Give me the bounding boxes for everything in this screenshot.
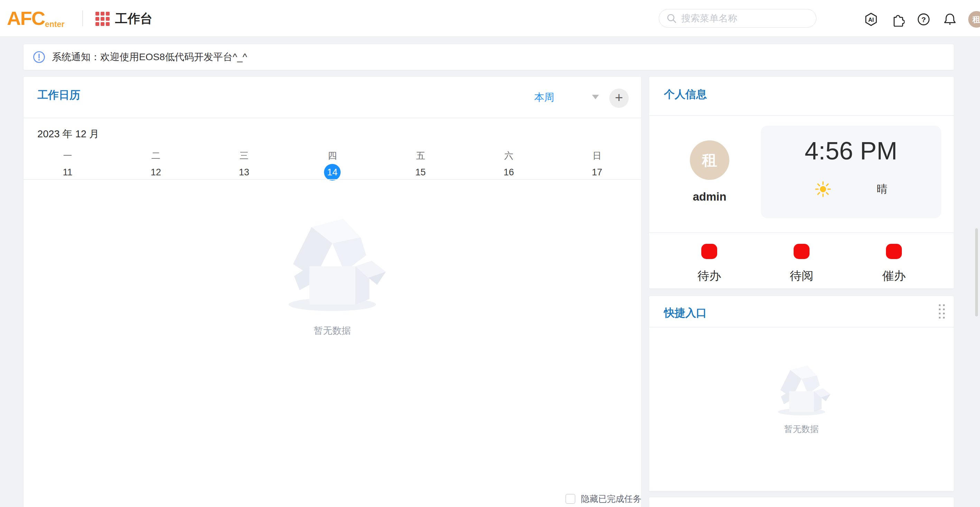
hide-completed-checkbox[interactable]: [565, 494, 576, 504]
ai-assistant-button[interactable]: AI: [863, 11, 879, 27]
add-event-button[interactable]: +: [609, 89, 628, 108]
quick-entry-empty-state: 暂无数据: [649, 362, 954, 435]
afcenter-logo[interactable]: AFCenter: [7, 6, 64, 36]
profile-avatar[interactable]: 租: [690, 140, 729, 180]
divider: [24, 179, 641, 180]
app-header: AFCenter 工作台 AI: [0, 0, 980, 37]
to-read-label: 待阅: [767, 268, 836, 284]
puzzle-icon: [890, 12, 905, 27]
empty-state-text: 暂无数据: [24, 324, 641, 337]
calendar-day-cell[interactable]: 六 16: [465, 149, 553, 181]
svg-text:?: ?: [921, 16, 926, 24]
weekday-label: 六: [465, 149, 553, 164]
system-notice-bar: 系统通知：欢迎使用EOS8低代码开发平台^_^: [24, 44, 954, 70]
urge-label: 催办: [859, 268, 929, 284]
date-number: 11: [59, 164, 76, 181]
selected-date-number: 14: [324, 164, 340, 181]
weekday-label: 二: [112, 149, 200, 164]
calendar-day-cell[interactable]: 二 12: [112, 149, 200, 181]
date-number: 12: [148, 164, 164, 181]
plugins-button[interactable]: [889, 11, 905, 27]
weekday-label: 五: [377, 149, 465, 164]
work-calendar-card: 工作日历 本周 + 2023 年 12 月 一 11 二 12 三 13 四 1…: [24, 77, 641, 507]
empty-box-illustration: [275, 211, 389, 315]
period-selector[interactable]: 本周: [534, 91, 554, 105]
profile-card: 个人信息 租 admin 4:56 PM: [649, 77, 954, 288]
todo-label: 待办: [675, 268, 744, 284]
weather-text: 晴: [877, 182, 887, 196]
drag-handle-icon[interactable]: [939, 304, 945, 318]
logo-main: AFC: [7, 7, 45, 29]
workbench-screen: AFCenter 工作台 AI: [0, 0, 980, 507]
workspace-title-block: 工作台: [95, 10, 153, 27]
divider: [649, 232, 954, 233]
month-label: 2023 年 12 月: [37, 127, 99, 141]
date-number: 17: [589, 164, 605, 181]
to-read-entry[interactable]: 待阅: [767, 244, 836, 284]
notifications-button[interactable]: [942, 11, 958, 27]
help-button[interactable]: ?: [916, 11, 932, 27]
calendar-day-cell[interactable]: 三 13: [200, 149, 288, 181]
apps-grid-icon[interactable]: [95, 12, 110, 26]
bell-icon: [943, 12, 957, 27]
calendar-day-cell[interactable]: 一 11: [24, 149, 112, 181]
week-grid: 一 11 二 12 三 13 四 14 五 15 六 16: [24, 149, 641, 181]
to-read-badge: [794, 244, 810, 259]
calendar-card-title: 工作日历: [37, 88, 80, 102]
hide-completed-label: 隐藏已完成任务: [581, 493, 641, 505]
date-number: 16: [500, 164, 517, 181]
urge-badge: [886, 244, 902, 259]
svg-text:AI: AI: [868, 17, 874, 23]
quick-entry-title: 快捷入口: [664, 306, 707, 320]
user-avatar[interactable]: 租: [968, 11, 980, 28]
todo-entry[interactable]: 待办: [675, 244, 744, 284]
divider: [649, 115, 954, 116]
header-actions: AI ? 租: [863, 10, 980, 29]
menu-search[interactable]: [659, 9, 816, 28]
search-icon: [666, 13, 677, 24]
recently-used-card: 最近使用: [649, 497, 954, 507]
divider: [649, 327, 954, 327]
weather-row: 晴: [761, 181, 941, 197]
ai-icon: AI: [864, 12, 878, 27]
todo-badge: [701, 244, 717, 259]
profile-card-title: 个人信息: [664, 87, 707, 102]
header-divider: [82, 10, 83, 26]
calendar-day-cell-selected[interactable]: 四 14: [288, 149, 376, 181]
hide-completed-row: 隐藏已完成任务: [565, 493, 641, 505]
weekday-label: 三: [200, 149, 288, 164]
page-scrollbar-thumb[interactable]: [975, 228, 978, 316]
time-weather-panel: 4:56 PM 晴: [761, 126, 941, 218]
page-title: 工作台: [115, 10, 153, 27]
empty-state-text: 暂无数据: [649, 423, 954, 435]
calendar-day-cell[interactable]: 日 17: [553, 149, 641, 181]
weekday-label: 一: [24, 149, 112, 164]
empty-box-illustration: [771, 362, 832, 418]
info-icon: [32, 51, 46, 64]
sun-icon: [815, 181, 831, 197]
urge-entry[interactable]: 催办: [859, 244, 929, 284]
logo-sub: enter: [45, 20, 64, 29]
period-label: 本周: [534, 91, 554, 105]
weekday-label: 日: [553, 149, 641, 164]
quick-entry-card: 快捷入口 暂无数据: [649, 296, 954, 491]
calendar-day-cell[interactable]: 五 15: [377, 149, 465, 181]
help-icon: ?: [916, 12, 931, 27]
divider: [24, 118, 641, 118]
calendar-empty-state: 暂无数据: [24, 211, 641, 337]
date-number: 15: [412, 164, 429, 181]
search-input[interactable]: [681, 13, 809, 24]
date-number: 13: [236, 164, 253, 181]
weekday-label: 四: [288, 149, 376, 164]
clock-time: 4:56 PM: [761, 137, 941, 165]
username: admin: [675, 190, 744, 203]
notice-text: 系统通知：欢迎使用EOS8低代码开发平台^_^: [52, 51, 247, 64]
chevron-down-icon: [592, 95, 599, 99]
